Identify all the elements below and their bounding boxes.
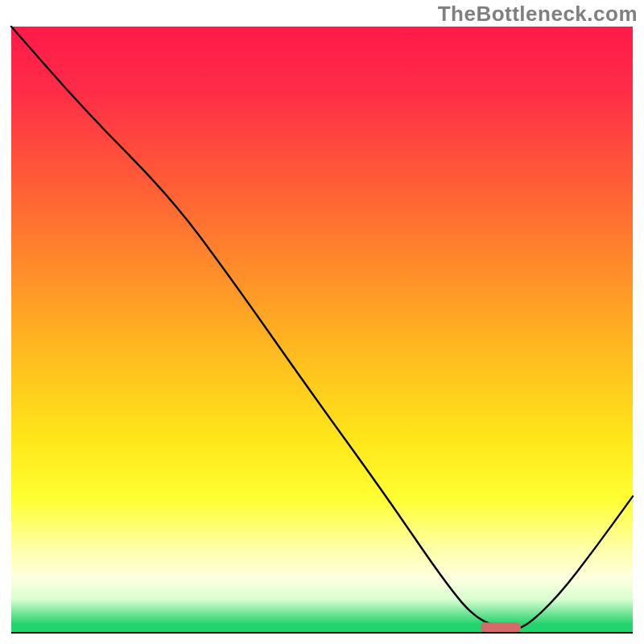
chart-canvas: TheBottleneck.com xyxy=(0,0,644,644)
plot-background xyxy=(11,27,633,633)
watermark-text: TheBottleneck.com xyxy=(438,2,638,27)
bottleneck-plot xyxy=(0,0,644,644)
optimal-range-marker xyxy=(481,622,521,632)
